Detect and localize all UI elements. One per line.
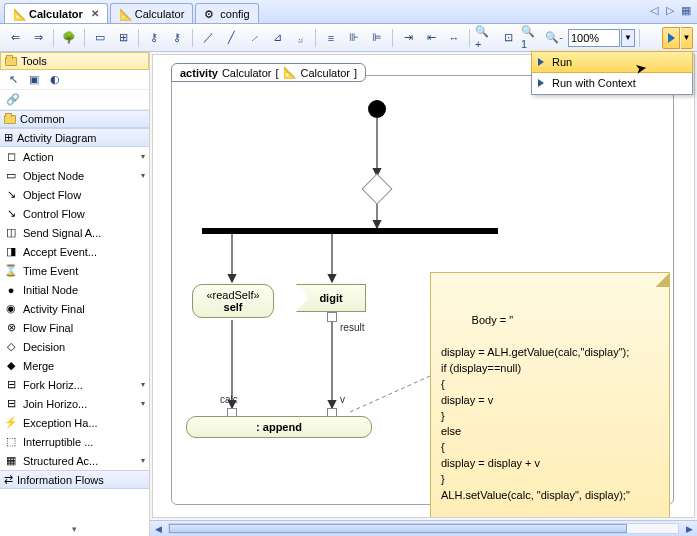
- palette-item-object-node[interactable]: ▭Object Node▾: [0, 166, 149, 185]
- layout-button[interactable]: ⊞: [112, 27, 134, 49]
- append-action[interactable]: : append: [186, 416, 372, 438]
- item-label: Initial Node: [23, 284, 145, 296]
- line3-button[interactable]: ⟋: [243, 27, 265, 49]
- palette-common-section[interactable]: Common: [0, 110, 149, 128]
- palette-item-merge[interactable]: ◆Merge: [0, 356, 149, 375]
- horizontal-scrollbar[interactable]: ◀ ▶: [150, 520, 697, 536]
- chevron-down-icon[interactable]: ▾: [141, 152, 145, 161]
- tree-button[interactable]: 🌳: [58, 27, 80, 49]
- hierarchy-button[interactable]: ⚷: [143, 27, 165, 49]
- forward-button[interactable]: ⇒: [27, 27, 49, 49]
- calc-pin-label: calc: [220, 394, 238, 405]
- fork-bar[interactable]: [202, 228, 498, 234]
- digit-event[interactable]: digit: [296, 284, 366, 312]
- item-label: Interruptible ...: [23, 436, 145, 448]
- palette-activity-section[interactable]: ⊞ Activity Diagram: [0, 128, 149, 147]
- zoom-dropdown[interactable]: ▼: [621, 29, 635, 47]
- palette-flows-section[interactable]: ⇄ Information Flows: [0, 470, 149, 489]
- align2-button[interactable]: ⊪: [343, 27, 365, 49]
- pointer-tool[interactable]: ↖: [4, 71, 22, 89]
- tab-prev-icon[interactable]: ◁: [647, 3, 661, 17]
- palette-tools-header[interactable]: Tools: [0, 52, 149, 70]
- align1-button[interactable]: ≡: [320, 27, 342, 49]
- decision-node[interactable]: [361, 173, 392, 204]
- run-dropdown[interactable]: ▼: [681, 27, 693, 49]
- close-icon[interactable]: ✕: [91, 8, 99, 19]
- chevron-down-icon[interactable]: ▾: [141, 456, 145, 465]
- chevron-down-icon[interactable]: ▾: [141, 380, 145, 389]
- zoom-out-button[interactable]: 🔍-: [543, 27, 565, 49]
- item-icon: ●: [4, 283, 18, 297]
- palette-item-interruptible-[interactable]: ⬚Interruptible ...: [0, 432, 149, 451]
- palette-item-fork-horiz-[interactable]: ⊟Fork Horiz...▾: [0, 375, 149, 394]
- palette-item-initial-node[interactable]: ●Initial Node: [0, 280, 149, 299]
- dist2-button[interactable]: ⇤: [420, 27, 442, 49]
- dist3-button[interactable]: ↔: [443, 27, 465, 49]
- tab-config[interactable]: ⚙ config: [195, 3, 258, 23]
- lasso-tool[interactable]: ◐: [46, 71, 64, 89]
- palette-item-exception-ha-[interactable]: ⚡Exception Ha...: [0, 413, 149, 432]
- palette-item-accept-event-[interactable]: ◨Accept Event...: [0, 242, 149, 261]
- scroll-track[interactable]: [168, 523, 679, 534]
- palette-item-decision[interactable]: ◇Decision: [0, 337, 149, 356]
- play-icon: [668, 33, 675, 43]
- folder-icon: [4, 115, 16, 124]
- zoom-input[interactable]: [568, 29, 620, 47]
- chevron-down-icon[interactable]: ▾: [141, 399, 145, 408]
- diagram-canvas[interactable]: activity Calculator [ 📐 Calculator ]: [152, 54, 695, 518]
- select-button[interactable]: ▭: [89, 27, 111, 49]
- back-button[interactable]: ⇐: [4, 27, 26, 49]
- zoom-fit-button[interactable]: ⊡: [497, 27, 519, 49]
- palette-item-activity-final[interactable]: ◉Activity Final: [0, 299, 149, 318]
- result-pin[interactable]: [327, 312, 337, 322]
- palette-item-object-flow[interactable]: ↘Object Flow: [0, 185, 149, 204]
- line5-button[interactable]: ⟓: [289, 27, 311, 49]
- tab-calculator-active[interactable]: 📐 Calculator ✕: [4, 3, 108, 23]
- menu-run-context[interactable]: Run with Context: [532, 72, 692, 94]
- align3-button[interactable]: ⊫: [366, 27, 388, 49]
- item-icon: ◇: [4, 340, 18, 354]
- zoom-actual-button[interactable]: 🔍1: [520, 27, 542, 49]
- scroll-right-icon[interactable]: ▶: [681, 521, 697, 536]
- item-label: Send Signal A...: [23, 227, 145, 239]
- dist1-button[interactable]: ⇥: [397, 27, 419, 49]
- note[interactable]: Body = " display = ALH.getValue(calc,"di…: [430, 272, 670, 518]
- item-label: Structured Ac...: [23, 455, 136, 467]
- scroll-left-icon[interactable]: ◀: [150, 521, 166, 536]
- palette-item-join-horizo-[interactable]: ⊟Join Horizo...▾: [0, 394, 149, 413]
- palette-item-flow-final[interactable]: ⊗Flow Final: [0, 318, 149, 337]
- tab-calculator-2[interactable]: 📐 Calculator: [110, 3, 194, 23]
- config-icon: ⚙: [204, 8, 216, 20]
- canvas-area: activity Calculator [ 📐 Calculator ]: [150, 52, 697, 536]
- chevron-down-icon[interactable]: ▾: [141, 171, 145, 180]
- diagram-header: activity Calculator [ 📐 Calculator ]: [171, 63, 366, 82]
- palette-item-control-flow[interactable]: ↘Control Flow: [0, 204, 149, 223]
- palette-collapse[interactable]: ▾: [0, 522, 149, 536]
- activity-icon: ⊞: [4, 131, 13, 144]
- item-icon: ◫: [4, 226, 18, 240]
- palette-item-structured-ac-[interactable]: ▦Structured Ac...▾: [0, 451, 149, 470]
- menu-label: Run with Context: [552, 77, 636, 89]
- link-tool[interactable]: 🔗: [4, 91, 22, 109]
- hierarchy2-button[interactable]: ⚷: [166, 27, 188, 49]
- tab-next-icon[interactable]: ▷: [663, 3, 677, 17]
- read-self-action[interactable]: «readSelf» self: [192, 284, 274, 318]
- palette-item-send-signal-a-[interactable]: ◫Send Signal A...: [0, 223, 149, 242]
- palette-item-action[interactable]: ◻Action▾: [0, 147, 149, 166]
- line4-button[interactable]: ⊿: [266, 27, 288, 49]
- initial-node[interactable]: [368, 100, 386, 118]
- marquee-tool[interactable]: ▣: [25, 71, 43, 89]
- palette-item-time-event[interactable]: ⌛Time Event: [0, 261, 149, 280]
- svg-line-6: [350, 376, 430, 412]
- run-button[interactable]: [662, 27, 680, 49]
- scroll-thumb[interactable]: [169, 524, 627, 533]
- tab-list-icon[interactable]: ▦: [679, 3, 693, 17]
- run-menu: Run Run with Context: [531, 51, 693, 95]
- zoom-in-button[interactable]: 🔍+: [474, 27, 496, 49]
- item-label: Accept Event...: [23, 246, 145, 258]
- menu-run[interactable]: Run: [531, 51, 693, 73]
- tab-label: Calculator: [29, 8, 83, 20]
- line2-button[interactable]: ╱: [220, 27, 242, 49]
- action-label: : append: [256, 421, 302, 433]
- line1-button[interactable]: ／: [197, 27, 219, 49]
